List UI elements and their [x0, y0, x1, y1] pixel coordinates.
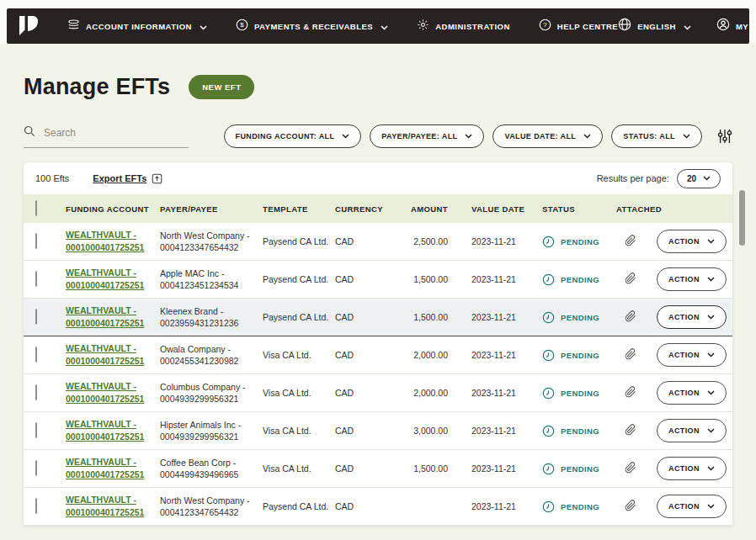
- currency-cell: CAD: [335, 426, 389, 436]
- action-button[interactable]: ACTION: [657, 343, 727, 367]
- nav-payments-receivables[interactable]: $ PAYMENTS & RECEIVABLES: [236, 19, 388, 34]
- nav-label: ADMINISTRATION: [435, 22, 510, 31]
- paperclip-icon[interactable]: [625, 310, 636, 322]
- clock-icon: [542, 463, 555, 475]
- funding-account-link[interactable]: WEALTHVAULT -0001000401725251: [66, 342, 144, 366]
- clock-icon: [542, 425, 555, 437]
- funding-account-link[interactable]: WEALTHVAULT -0001000401725251: [66, 380, 144, 404]
- export-efts-link[interactable]: Export EFTs: [93, 173, 162, 184]
- clock-icon: [542, 236, 555, 248]
- action-button[interactable]: ACTION: [657, 495, 727, 518]
- row-checkbox[interactable]: [35, 384, 37, 400]
- currency-cell: CAD: [335, 350, 389, 360]
- search-input[interactable]: [44, 127, 189, 139]
- clock-icon: [542, 349, 555, 362]
- filter-pill-group: FUNDING ACCOUNT: ALL PAYER/PAYEE: ALL VA…: [224, 124, 732, 148]
- select-all-checkbox[interactable]: [35, 200, 37, 216]
- chevron-down-icon: [465, 134, 472, 139]
- row-checkbox[interactable]: [35, 422, 37, 438]
- action-button[interactable]: ACTION: [657, 230, 727, 253]
- currency-cell: CAD: [335, 501, 389, 511]
- results-per-page-select[interactable]: 20: [677, 169, 721, 188]
- amount-cell: 1,500.00: [389, 312, 448, 322]
- paperclip-icon[interactable]: [625, 348, 636, 360]
- filter-value-date[interactable]: VALUE DATE: ALL: [492, 124, 603, 148]
- action-button[interactable]: ACTION: [657, 381, 727, 405]
- status-badge: PENDING: [542, 236, 604, 248]
- payer-payee-cell: Hipster Animals Inc -0004939299956321: [160, 419, 263, 442]
- paperclip-icon[interactable]: [625, 273, 636, 284]
- paperclip-icon[interactable]: [625, 424, 636, 436]
- col-header-payer-payee: PAYER/PAYEE: [160, 204, 263, 214]
- value-date-cell: 2023-11-21: [448, 350, 529, 360]
- clock-icon: [542, 311, 555, 324]
- filter-label: VALUE DATE: ALL: [504, 132, 576, 140]
- nav-administration[interactable]: ADMINISTRATION: [417, 19, 510, 34]
- chevron-down-icon: [707, 466, 715, 471]
- paperclip-icon[interactable]: [625, 500, 636, 511]
- nav-left-group: ACCOUNT INFORMATION $ PAYMENTS & RECEIVA…: [67, 19, 618, 34]
- template-cell: Visa CA Ltd.: [263, 426, 335, 436]
- row-checkbox[interactable]: [35, 347, 37, 363]
- nav-label: MY PROFILE: [736, 22, 756, 31]
- paperclip-icon[interactable]: [625, 235, 636, 246]
- action-button[interactable]: ACTION: [657, 305, 727, 329]
- col-header-funding-account: FUNDING ACCOUNT: [66, 204, 160, 214]
- funding-account-link[interactable]: WEALTHVAULT -0001000401725251: [66, 267, 144, 290]
- filter-settings-icon[interactable]: [717, 128, 732, 145]
- funding-account-link[interactable]: WEALTHVAULT -0001000401725251: [66, 418, 144, 442]
- row-checkbox[interactable]: [35, 271, 37, 287]
- nav-account-information[interactable]: ACCOUNT INFORMATION: [67, 19, 207, 34]
- new-eft-button[interactable]: NEW EFT: [189, 75, 254, 99]
- chevron-down-icon: [684, 19, 691, 34]
- action-button[interactable]: ACTION: [657, 267, 727, 291]
- filter-status[interactable]: STATUS: ALL: [611, 124, 702, 148]
- nav-label: PAYMENTS & RECEIVABLES: [254, 22, 373, 31]
- paperclip-icon[interactable]: [625, 386, 636, 398]
- nav-label: HELP CENTRE: [557, 22, 618, 31]
- payer-payee-cell: Owala Company -0002455341230982: [160, 343, 263, 367]
- currency-cell: CAD: [335, 463, 389, 474]
- action-button[interactable]: ACTION: [657, 457, 727, 480]
- filter-payer-payee[interactable]: PAYER/PAYEE: ALL: [370, 124, 484, 148]
- row-checkbox[interactable]: [35, 460, 37, 476]
- amount-cell: 2,000.00: [389, 388, 448, 398]
- help-circle-icon: ?: [539, 19, 551, 34]
- col-header-value-date: VALUE DATE: [448, 204, 529, 214]
- funding-account-link[interactable]: WEALTHVAULT -0001000401725251: [66, 304, 144, 328]
- currency-cell: CAD: [335, 312, 389, 322]
- vertical-scrollbar-thumb[interactable]: [739, 190, 745, 246]
- status-badge: PENDING: [542, 349, 604, 362]
- nav-language[interactable]: ENGLISH: [618, 18, 691, 34]
- funding-account-link[interactable]: WEALTHVAULT -0001000401725251: [66, 456, 144, 479]
- template-cell: Paysend CA Ltd.: [263, 236, 335, 246]
- nav-label: ACCOUNT INFORMATION: [86, 22, 192, 31]
- svg-text:?: ?: [543, 21, 547, 29]
- col-header-template: TEMPLATE: [263, 204, 335, 214]
- status-badge: PENDING: [542, 500, 604, 513]
- row-checkbox[interactable]: [35, 309, 37, 325]
- col-header-status: STATUS: [529, 204, 604, 214]
- filter-label: STATUS: ALL: [623, 132, 675, 140]
- row-checkbox[interactable]: [35, 233, 37, 249]
- paperclip-icon[interactable]: [625, 462, 636, 474]
- nav-my-profile[interactable]: MY PROFILE: [716, 18, 756, 34]
- chevron-down-icon: [583, 134, 591, 139]
- template-cell: Paysend CA Ltd.: [263, 501, 335, 511]
- funding-account-link[interactable]: WEALTHVAULT -0001000401725251: [66, 229, 144, 252]
- amount-cell: 3,000.00: [389, 426, 448, 436]
- nav-right-group: ENGLISH MY PROFILE LOG OUT: [618, 9, 756, 43]
- funding-account-link[interactable]: WEALTHVAULT -0001000401725251: [66, 494, 144, 517]
- page-title: Manage EFTs: [24, 74, 170, 100]
- brand-logo[interactable]: [19, 15, 39, 37]
- chevron-down-icon: [707, 390, 715, 395]
- table-row: WEALTHVAULT -0001000401725251 Owala Comp…: [24, 336, 732, 374]
- filter-funding-account[interactable]: FUNDING ACCOUNT: ALL: [224, 124, 362, 148]
- value-date-cell: 2023-11-21: [448, 388, 529, 398]
- row-checkbox[interactable]: [35, 498, 37, 514]
- action-button[interactable]: ACTION: [657, 419, 727, 442]
- nav-help-centre[interactable]: ? HELP CENTRE: [539, 19, 618, 34]
- results-per-page-value: 20: [687, 174, 696, 183]
- chevron-down-icon: [707, 428, 715, 433]
- chevron-down-icon: [707, 504, 715, 509]
